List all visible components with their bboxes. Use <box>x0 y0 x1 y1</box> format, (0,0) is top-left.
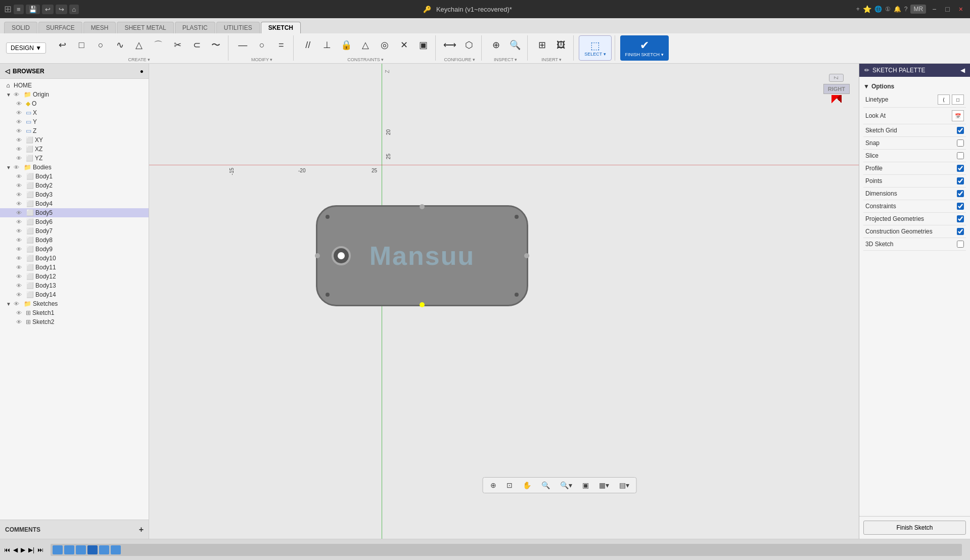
tree-item-xy[interactable]: 👁 ⬜ XY <box>0 135 149 145</box>
parallel-tool[interactable]: // <box>299 34 317 56</box>
trim-tool[interactable]: ✂ <box>168 34 187 56</box>
configure-tool2[interactable]: ⬡ <box>460 34 478 56</box>
line-type-dashed[interactable]: □ <box>952 95 964 105</box>
eye-body12[interactable]: 👁 <box>16 273 24 279</box>
design-btn[interactable]: DESIGN ▼ <box>6 42 46 54</box>
constraints-checkbox[interactable] <box>957 203 964 210</box>
save-btn[interactable]: 💾 <box>26 5 40 14</box>
eye-body2[interactable]: 👁 <box>16 182 24 189</box>
eye-body11[interactable]: 👁 <box>16 264 24 270</box>
eye-sketches[interactable]: 👁 <box>14 301 22 307</box>
points-checkbox[interactable] <box>957 177 964 184</box>
tab-utilities[interactable]: UTILITIES <box>216 22 260 33</box>
lock-tool[interactable]: 🔒 <box>337 34 355 56</box>
eye-body13[interactable]: 👁 <box>16 283 24 289</box>
eye-body7[interactable]: 👁 <box>16 228 24 234</box>
rect2-tool[interactable]: ▣ <box>414 34 432 56</box>
timeline-play-end[interactable]: ⏭ <box>37 546 43 553</box>
view-direction-label[interactable]: RIGHT <box>823 84 850 94</box>
tree-item-y[interactable]: 👁 ▭ Y <box>0 117 149 126</box>
eye-body3[interactable]: 👁 <box>16 192 24 198</box>
eye-body10[interactable]: 👁 <box>16 255 24 261</box>
tree-item-body12[interactable]: 👁⬜Body12 <box>0 272 149 281</box>
offset-tool[interactable]: ⊂ <box>188 34 206 56</box>
tree-item-sketches[interactable]: ▼ 👁 📁 Sketches <box>0 299 149 308</box>
timeline-step-back[interactable]: ◀ <box>13 546 18 553</box>
design-dropdown[interactable]: DESIGN ▼ <box>4 40 48 56</box>
display1-tool[interactable]: ▣ <box>578 479 593 491</box>
inspect-tool1[interactable]: ⊕ <box>487 34 505 56</box>
tab-sketch[interactable]: SKETCH <box>261 22 301 33</box>
tree-item-body6[interactable]: 👁⬜Body6 <box>0 217 149 226</box>
comments-add-btn[interactable]: + <box>139 525 144 534</box>
tree-item-yz[interactable]: 👁 ⬜ YZ <box>0 154 149 163</box>
canvas-area[interactable]: Z 20 25 -15 -20 25 Mansuu <box>149 64 970 539</box>
tree-item-body4[interactable]: 👁⬜Body4 <box>0 199 149 208</box>
tree-item-body9[interactable]: 👁⬜Body9 <box>0 245 149 254</box>
proj-geom-checkbox[interactable] <box>957 215 964 222</box>
tree-item-z[interactable]: 👁 ▭ Z <box>0 126 149 135</box>
frame-tool[interactable]: ⊡ <box>502 479 517 491</box>
tree-item-sketch2[interactable]: 👁 ⊞ Sketch2 <box>0 317 149 326</box>
undo-btn[interactable]: ↩ <box>42 5 54 14</box>
maximize-btn[interactable]: □ <box>942 4 952 14</box>
tree-item-body14[interactable]: 👁⬜Body14 <box>0 290 149 299</box>
eye-body9[interactable]: 👁 <box>16 246 24 252</box>
eye-sketch2[interactable]: 👁 <box>16 319 24 325</box>
collapse-palette-btn[interactable]: ◀ <box>960 67 965 74</box>
tree-item-body10[interactable]: 👁⬜Body10 <box>0 254 149 263</box>
pan-tool[interactable]: ✋ <box>519 479 535 491</box>
circle-tool[interactable]: ○ <box>91 34 110 56</box>
finish-sketch-footer-btn[interactable]: Finish Sketch <box>863 521 966 535</box>
concentric-tool[interactable]: ◎ <box>376 34 394 56</box>
arc-tool[interactable]: ⌒ <box>149 34 167 56</box>
tree-item-body1[interactable]: 👁⬜Body1 <box>0 172 149 181</box>
tree-item-bodies[interactable]: ▼ 👁 📁 Bodies <box>0 163 149 172</box>
3d-sketch-checkbox[interactable] <box>957 241 964 248</box>
ellipse-tool[interactable]: ○ <box>253 34 271 56</box>
tree-item-x[interactable]: 👁 ▭ X <box>0 108 149 117</box>
file-menu-btn[interactable]: ≡ <box>14 5 24 14</box>
eye-yz[interactable]: 👁 <box>16 155 24 161</box>
rect-tool[interactable]: □ <box>72 34 90 56</box>
eye-body8[interactable]: 👁 <box>16 237 24 243</box>
insert-tool2[interactable]: 🖼 <box>552 34 570 56</box>
eye-body5[interactable]: 👁 <box>16 210 24 216</box>
line-tool[interactable]: — <box>234 34 252 56</box>
tangent-tool[interactable]: △ <box>356 34 375 56</box>
zoom-dropdown[interactable]: 🔍▾ <box>556 479 576 491</box>
eye-body6[interactable]: 👁 <box>16 219 24 225</box>
insert-tool1[interactable]: ⊞ <box>533 34 551 56</box>
tab-surface[interactable]: SURFACE <box>38 22 82 33</box>
tab-plastic[interactable]: PLASTIC <box>175 22 215 33</box>
tree-item-body2[interactable]: 👁⬜Body2 <box>0 181 149 190</box>
tree-item-body3[interactable]: 👁⬜Body3 <box>0 190 149 199</box>
configure-tool1[interactable]: ⟷ <box>441 34 459 56</box>
zoom-tool[interactable]: 🔍 <box>537 479 554 491</box>
tree-item-body5[interactable]: 👁⬜Body5 <box>0 208 149 217</box>
equals-tool[interactable]: = <box>272 34 290 56</box>
sketch-grid-checkbox[interactable] <box>957 127 964 134</box>
const-geom-checkbox[interactable] <box>957 228 964 235</box>
options-section-header[interactable]: ▼ Options <box>863 81 966 92</box>
look-at-btn[interactable]: 📅 <box>952 110 964 121</box>
eye-body4[interactable]: 👁 <box>16 201 24 207</box>
eye-x[interactable]: 👁 <box>16 110 24 116</box>
tree-item-sketch1[interactable]: 👁 ⊞ Sketch1 <box>0 308 149 317</box>
back-icon[interactable]: ◁ <box>5 68 10 75</box>
home-btn[interactable]: ⌂ <box>69 5 79 14</box>
timeline-play[interactable]: ▶ <box>21 546 25 553</box>
tree-item-o[interactable]: 👁 ◆ O <box>0 99 149 108</box>
tab-mesh[interactable]: MESH <box>83 22 116 33</box>
eye-y[interactable]: 👁 <box>16 119 24 125</box>
eye-xy[interactable]: 👁 <box>16 137 24 143</box>
close-btn[interactable]: × <box>956 4 966 14</box>
cross-tool[interactable]: ✕ <box>395 34 413 56</box>
triangle-tool[interactable]: △ <box>130 34 148 56</box>
eye-body1[interactable]: 👁 <box>16 173 24 179</box>
eye-z[interactable]: 👁 <box>16 128 24 134</box>
timeline-track[interactable] <box>51 544 962 556</box>
tree-item-body8[interactable]: 👁⬜Body8 <box>0 236 149 245</box>
undo-tool[interactable]: ↩ <box>53 34 71 56</box>
redo-btn[interactable]: ↪ <box>56 5 67 14</box>
